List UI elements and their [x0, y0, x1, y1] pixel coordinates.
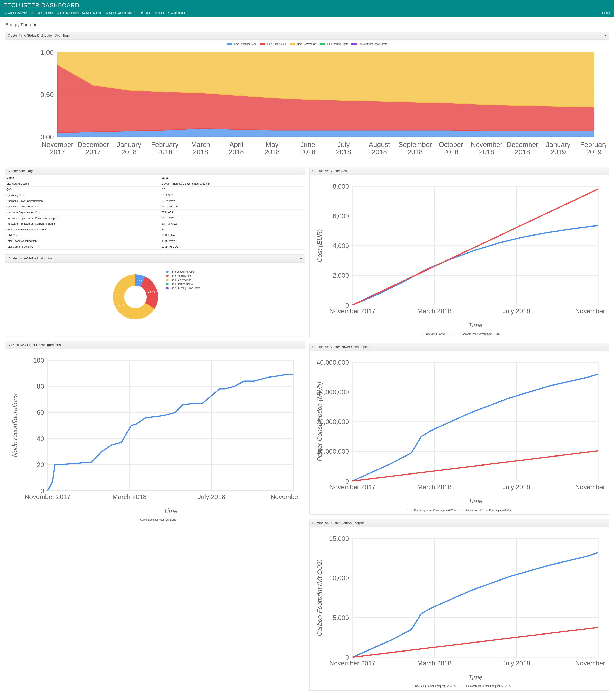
area-chart: 0.000.501.00November2017December2017Janu…: [8, 47, 606, 159]
svg-text:November 2017: November 2017: [329, 660, 375, 667]
cost-legend: Operating Cost (EUR)Hardware Replacement…: [312, 333, 606, 335]
panel-carbon: Cumulative Cluster Carbon Footprint − 05…: [309, 519, 610, 691]
col-value: Value: [160, 175, 305, 181]
svg-text:November 2018: November 2018: [575, 660, 606, 667]
svg-text:2019: 2019: [586, 148, 602, 156]
svg-text:7.2%: 7.2%: [136, 279, 142, 282]
nav-energy-footprint[interactable]: Energy Footprint: [55, 11, 80, 15]
nav-cluster-queues-and-pes[interactable]: Cluster Queues and PEs: [104, 11, 139, 15]
area-legend: Time Executing JobsTime Running IdleTime…: [8, 42, 606, 46]
svg-text:June: June: [300, 141, 315, 148]
svg-text:2018: 2018: [300, 148, 315, 156]
svg-text:November: November: [42, 141, 73, 148]
list-icon: [4, 11, 7, 14]
panel-donut: Cluster Time-Status Distribution − 7.2%2…: [4, 254, 305, 336]
svg-text:0.00: 0.00: [40, 133, 54, 141]
panel-title: Cumulative Cluster Cost: [312, 169, 605, 173]
sliders-icon: [105, 11, 108, 14]
reconf-legend: Cumulative host reconfigurations: [8, 518, 302, 521]
table-row: EEClusterd Uptime1 year, 4 months, 3 day…: [5, 181, 305, 186]
svg-text:January: January: [546, 141, 571, 148]
refresh-icon: [56, 11, 59, 14]
logout-link[interactable]: Logout: [601, 11, 612, 15]
svg-rect-1: [5, 12, 7, 12]
svg-text:August: August: [369, 141, 390, 148]
collapse-icon[interactable]: −: [300, 257, 302, 260]
svg-rect-14: [106, 13, 108, 13]
svg-text:July 2018: July 2018: [502, 484, 530, 491]
svg-text:November 2018: November 2018: [575, 307, 606, 315]
svg-text:66.2%: 66.2%: [117, 303, 125, 307]
svg-rect-0: [4, 12, 5, 12]
table-row: Operating Cost5360.93 €: [5, 192, 305, 198]
nav-users[interactable]: Users: [139, 11, 153, 15]
svg-text:December: December: [77, 141, 109, 148]
desktop-icon: [82, 11, 85, 14]
table-row: Hardware Replacement Power Consumption10…: [5, 215, 305, 221]
power-legend: Operating Power Consumption (MWh)Replace…: [312, 509, 606, 512]
svg-rect-2: [4, 13, 5, 13]
svg-text:July 2018: July 2018: [198, 493, 225, 500]
svg-rect-10: [83, 14, 84, 14]
donut-legend: Time Executing JobsTime Running IdleTime…: [166, 270, 201, 291]
panel-summary: Cluster Summary − Metric Value EECluster…: [4, 167, 305, 250]
svg-text:2018: 2018: [193, 148, 208, 156]
svg-text:September: September: [398, 141, 432, 148]
svg-text:March 2018: March 2018: [417, 484, 451, 491]
svg-text:March 2018: March 2018: [113, 493, 147, 500]
svg-rect-3: [5, 13, 7, 13]
panel-title: Cumulative Cluster Carbon Footprint: [312, 521, 605, 525]
svg-point-15: [141, 12, 142, 13]
table-row: Total Power Consumption45.92 MWh: [5, 238, 305, 244]
nav-cluster-timeline[interactable]: Cluster Timeline: [29, 11, 55, 15]
table-row: Operating Carbon Footprint13.22 Mt CO2: [5, 203, 305, 209]
donut-chart: 7.2%26.6%66.2%: [109, 270, 162, 324]
nav-node-classes[interactable]: Node Classes: [80, 11, 104, 15]
panel-power: Cumulative Cluster Power Consumption − 0…: [309, 343, 610, 515]
panel-title: Cumulative Cluster Power Consumption: [312, 345, 605, 349]
app-title: EECLUSTER DASHBOARD: [0, 0, 614, 10]
summary-table: Metric Value EEClusterd Uptime1 year, 4 …: [5, 175, 305, 250]
panel-reconf: Cumulative Cluster Reconfigurations − 02…: [4, 341, 305, 524]
main-nav: Cluster OverviewCluster TimelineEnergy F…: [0, 10, 614, 17]
col-metric: Metric: [5, 175, 160, 181]
carbon-chart: 05,00010,00015,000November 2017March 201…: [312, 530, 606, 683]
svg-text:March: March: [191, 141, 210, 148]
panel-title: Cluster Time-Status Distribution: [8, 257, 300, 260]
table-row: Total Carbon Footprint13.24 Mt CO2: [5, 244, 305, 249]
svg-text:2017: 2017: [86, 148, 101, 156]
nav-configuration[interactable]: Configuration: [165, 11, 188, 15]
svg-text:January: January: [117, 141, 141, 148]
svg-text:Carbon Footprint (Mt CO2): Carbon Footprint (Mt CO2): [316, 559, 323, 636]
table-row: Total Cost13182.58 €: [5, 232, 305, 238]
svg-text:Power Consumption (MWh): Power Consumption (MWh): [316, 382, 323, 461]
collapse-icon[interactable]: −: [605, 34, 606, 37]
svg-text:40: 40: [37, 435, 44, 442]
panel-dist-over-time: Cluster Time-Status Distribution Over Ti…: [4, 32, 610, 162]
svg-text:May: May: [266, 141, 279, 148]
svg-text:1.00: 1.00: [40, 49, 54, 56]
collapse-icon[interactable]: −: [605, 521, 606, 525]
svg-text:4,000: 4,000: [333, 242, 349, 249]
svg-text:2018: 2018: [515, 148, 530, 156]
table-row: Operating Power Consumption35.74 MWh: [5, 198, 305, 203]
svg-rect-4: [4, 13, 5, 14]
collapse-icon[interactable]: −: [300, 343, 302, 347]
svg-text:5,000: 5,000: [333, 614, 349, 622]
svg-text:Time: Time: [468, 498, 483, 505]
svg-text:July 2018: July 2018: [502, 660, 530, 667]
svg-text:April: April: [229, 141, 243, 148]
timeline-icon: [31, 11, 34, 14]
svg-text:November 2017: November 2017: [329, 484, 375, 491]
svg-text:2018: 2018: [372, 148, 387, 156]
svg-rect-8: [33, 12, 33, 14]
collapse-icon[interactable]: −: [300, 169, 302, 173]
svg-text:2018: 2018: [408, 148, 423, 156]
svg-text:2018: 2018: [121, 148, 137, 156]
svg-text:6,000: 6,000: [333, 212, 349, 220]
nav-jobs[interactable]: Jobs: [153, 11, 165, 15]
nav-cluster-overview[interactable]: Cluster Overview: [2, 11, 29, 15]
collapse-icon[interactable]: −: [605, 345, 606, 349]
svg-text:March 2018: March 2018: [417, 307, 451, 315]
collapse-icon[interactable]: −: [605, 169, 606, 173]
